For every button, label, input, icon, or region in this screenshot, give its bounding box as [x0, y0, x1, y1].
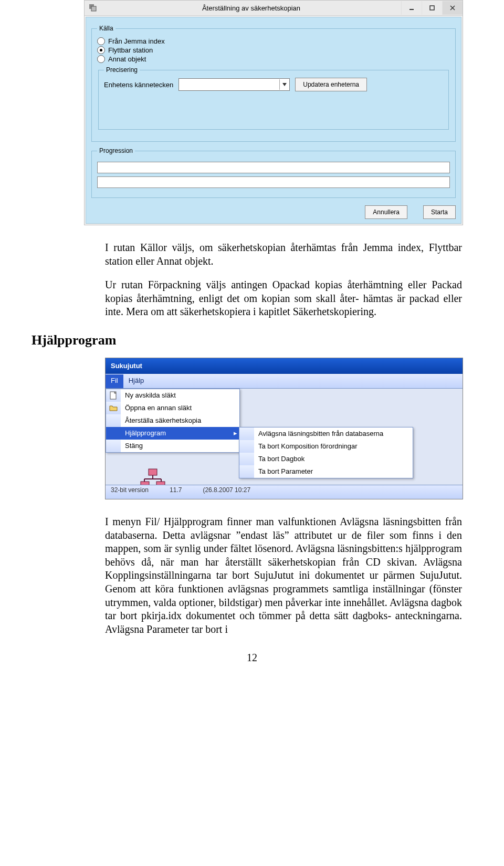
section-heading: Hjälpprogram — [32, 332, 472, 348]
menubar-item-fil[interactable]: Fil — [106, 374, 123, 388]
blank-icon — [239, 453, 254, 465]
submenu-item-remove-composition[interactable]: Ta bort Komposition förordningar — [239, 440, 413, 453]
blank-icon — [239, 440, 254, 453]
status-bit: 32-bit version — [111, 486, 149, 498]
radio-other-object[interactable]: Annat objekt — [97, 55, 450, 63]
progress-bar-2 — [97, 176, 450, 188]
restore-backup-dialog: Återställning av säkerhetskopian Källa F… — [84, 0, 463, 225]
paragraph-1: I rutan Källor väljs, om säkerhetskopian… — [105, 241, 462, 268]
progression-legend: Progression — [97, 147, 135, 154]
paragraph-2: Ur rutan Förpackning väljs antingen Opac… — [105, 278, 462, 319]
dialog-title: Återställning av säkerhetskopian — [101, 4, 401, 12]
progression-group: Progression — [91, 147, 456, 198]
paragraph-3: I menyn Fil/ Hjälpprogram finner man val… — [105, 515, 462, 636]
page-number: 12 — [32, 652, 472, 664]
precision-group: Precisering Enhetens kännetecken Updater… — [98, 66, 449, 130]
menu-item-helpers[interactable]: Hjälpprogram ▸ — [106, 427, 239, 440]
submenu-item-remove-parameter[interactable]: Ta bort Parameter — [239, 465, 413, 478]
progress-bar-1 — [97, 162, 450, 173]
cancel-button[interactable]: Annullera — [365, 205, 407, 219]
radio-icon — [97, 55, 105, 63]
svg-marker-8 — [110, 406, 117, 411]
update-units-button[interactable]: Updatera enheterna — [295, 78, 367, 91]
app-icon — [89, 4, 97, 12]
dialog-titlebar: Återställning av säkerhetskopian — [85, 1, 463, 16]
file-dropdown: Ny avskilda släkt Öppna en annan släkt Å… — [106, 389, 240, 453]
close-button[interactable] — [442, 1, 463, 15]
helpers-submenu: Avlägsna läsningsbitten från databaserna… — [239, 427, 413, 478]
menubar: Fil Hjälp — [106, 374, 463, 389]
submenu-arrow-icon: ▸ — [231, 429, 239, 437]
window-title: Sukujutut — [111, 362, 142, 370]
menu-item-restore-backup[interactable]: Återställa säkerhetskopia — [106, 414, 239, 427]
source-group: Källa Från Jemma index Flyttbar station … — [91, 25, 456, 142]
radio-icon — [97, 37, 105, 45]
new-doc-icon — [106, 389, 121, 402]
submenu-item-remove-diary[interactable]: Ta bort Dagbok — [239, 453, 413, 465]
maximize-button[interactable] — [422, 1, 442, 15]
blank-icon — [239, 465, 254, 478]
radio-removable-station[interactable]: Flyttbar station — [97, 46, 450, 54]
minimize-button[interactable] — [401, 1, 422, 15]
unit-mark-label: Enhetens kännetecken — [104, 81, 173, 89]
blank-icon — [106, 440, 121, 452]
source-legend: Källa — [97, 25, 116, 32]
unit-mark-combo[interactable] — [178, 78, 290, 91]
statusbar: 32-bit version 11.7 (26.8.2007 10:27 — [106, 485, 463, 499]
blank-icon — [106, 414, 121, 427]
menu-item-new-family[interactable]: Ny avskilda släkt — [106, 389, 239, 402]
chevron-down-icon — [279, 79, 289, 90]
blank-icon — [239, 427, 254, 440]
blank-icon — [106, 427, 121, 440]
radio-from-jemma[interactable]: Från Jemma index — [97, 37, 450, 45]
svg-rect-9 — [149, 469, 157, 475]
precision-legend: Precisering — [104, 66, 140, 74]
svg-marker-6 — [282, 83, 287, 86]
menu-item-close[interactable]: Stäng — [106, 440, 239, 452]
submenu-item-remove-readonly[interactable]: Avlägsna läsningsbitten från databaserna — [239, 427, 413, 440]
status-date: (26.8.2007 10:27 — [203, 486, 250, 498]
start-button[interactable]: Starta — [423, 205, 456, 219]
sukujutut-window: Sukujutut Fil Hjälp Ny avskilda släkt — [105, 358, 463, 499]
svg-rect-3 — [430, 6, 434, 10]
menu-item-open-family[interactable]: Öppna en annan släkt — [106, 402, 239, 414]
radio-icon — [97, 46, 105, 54]
svg-rect-1 — [91, 6, 96, 11]
open-folder-icon — [106, 402, 121, 414]
status-version: 11.7 — [170, 486, 182, 498]
menubar-item-hjalp[interactable]: Hjälp — [123, 374, 150, 388]
window-titlebar: Sukujutut — [106, 358, 463, 374]
